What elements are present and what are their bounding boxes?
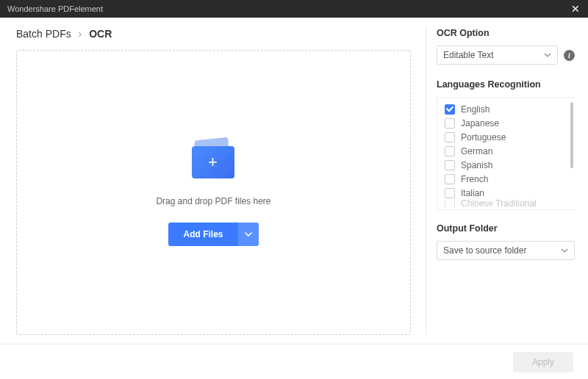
- checkbox[interactable]: [445, 188, 455, 198]
- chevron-down-icon: [245, 232, 252, 237]
- language-label: Chinese Traditional: [461, 200, 537, 207]
- checkbox-checked[interactable]: [445, 104, 455, 115]
- apply-button[interactable]: Apply: [513, 352, 573, 372]
- languages-list[interactable]: English Japanese Portuguese German Spani…: [437, 97, 575, 210]
- content: Batch PDFs › OCR + Drag and drop PDF fil…: [0, 18, 588, 344]
- info-icon[interactable]: i: [564, 50, 575, 61]
- checkbox[interactable]: [445, 174, 455, 184]
- breadcrumb-current: OCR: [89, 28, 112, 40]
- titlebar: Wondershare PDFelement ✕: [0, 0, 588, 18]
- add-folder-icon: +: [190, 139, 237, 180]
- language-item-english[interactable]: English: [437, 102, 575, 116]
- chevron-down-icon: [544, 53, 551, 57]
- language-item-portuguese[interactable]: Portuguese: [437, 130, 575, 144]
- output-folder-value: Save to source folder: [443, 245, 526, 256]
- ocr-option-select[interactable]: Editable Text: [437, 46, 558, 65]
- add-files-button-group: Add Files: [168, 223, 258, 246]
- ocr-option-value: Editable Text: [443, 50, 494, 60]
- languages-title: Languages Recognition: [437, 79, 575, 90]
- checkbox[interactable]: [445, 160, 455, 170]
- dropzone[interactable]: + Drag and drop PDF files here Add Files: [16, 50, 411, 335]
- checkbox[interactable]: [445, 118, 455, 129]
- chevron-down-icon: [561, 248, 568, 253]
- output-folder-title: Output Folder: [437, 223, 575, 234]
- checkbox[interactable]: [445, 200, 455, 207]
- language-label: Portuguese: [461, 132, 506, 142]
- language-label: English: [461, 104, 490, 115]
- right-panel: OCR Option Editable Text i Languages Rec…: [426, 18, 588, 344]
- language-item-spanish[interactable]: Spanish: [437, 158, 575, 172]
- footer: Apply: [0, 344, 588, 379]
- add-files-dropdown-button[interactable]: [238, 223, 259, 246]
- language-label: French: [461, 174, 488, 184]
- add-files-button[interactable]: Add Files: [168, 223, 237, 246]
- left-panel: Batch PDFs › OCR + Drag and drop PDF fil…: [0, 18, 426, 344]
- language-item-french[interactable]: French: [437, 172, 575, 186]
- language-label: Italian: [461, 188, 484, 198]
- checkbox[interactable]: [445, 146, 455, 156]
- language-label: Japanese: [461, 118, 499, 129]
- language-item-german[interactable]: German: [437, 144, 575, 158]
- language-item-japanese[interactable]: Japanese: [437, 116, 575, 130]
- language-item-partial[interactable]: Chinese Traditional: [437, 200, 575, 207]
- scrollbar-thumb[interactable]: [570, 102, 573, 168]
- chevron-right-icon: ›: [79, 28, 82, 40]
- dropzone-hint: Drag and drop PDF files here: [156, 196, 270, 206]
- language-item-italian[interactable]: Italian: [437, 186, 575, 200]
- breadcrumb: Batch PDFs › OCR: [16, 28, 411, 40]
- output-folder-select[interactable]: Save to source folder: [437, 241, 575, 260]
- language-label: German: [461, 146, 492, 156]
- close-icon[interactable]: ✕: [569, 4, 582, 14]
- checkbox[interactable]: [445, 132, 455, 142]
- language-label: Spanish: [461, 160, 492, 170]
- window-title: Wondershare PDFelement: [7, 4, 103, 13]
- ocr-option-title: OCR Option: [437, 28, 575, 38]
- breadcrumb-parent[interactable]: Batch PDFs: [16, 28, 71, 40]
